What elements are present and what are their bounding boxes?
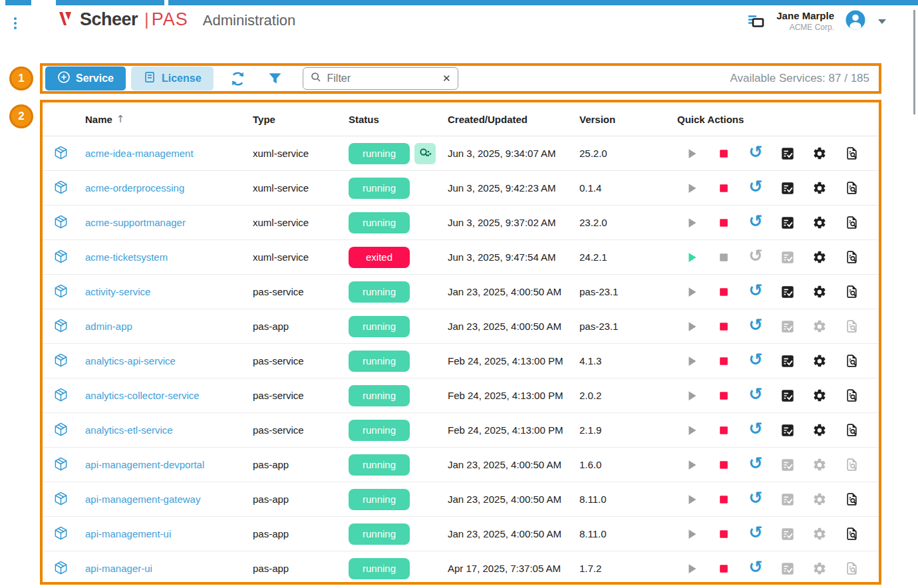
- service-package-icon[interactable]: [53, 456, 69, 474]
- service-settings-icon[interactable]: [812, 215, 828, 231]
- refresh-icon[interactable]: [228, 69, 248, 88]
- service-log-icon[interactable]: [780, 353, 796, 369]
- stop-service-icon[interactable]: [716, 388, 732, 404]
- service-package-icon[interactable]: [53, 180, 69, 197]
- service-package-icon[interactable]: [53, 353, 69, 370]
- service-name-link[interactable]: api-management-gateway: [85, 494, 200, 505]
- log-preview-icon[interactable]: [843, 284, 859, 300]
- sort-asc-icon: ↑: [116, 113, 125, 125]
- stop-service-icon[interactable]: [716, 526, 732, 542]
- log-preview-icon[interactable]: [843, 249, 859, 265]
- stop-service-icon[interactable]: [716, 180, 732, 196]
- user-menu-caret-icon[interactable]: [878, 19, 886, 24]
- start-service-icon: [684, 353, 700, 369]
- stop-service-icon[interactable]: [716, 561, 732, 577]
- service-settings-icon[interactable]: [812, 422, 828, 438]
- stop-service-icon[interactable]: [716, 319, 732, 335]
- service-name-link[interactable]: acme-idea-management: [85, 148, 194, 159]
- service-log-icon[interactable]: [780, 284, 796, 300]
- service-name-link[interactable]: api-manager-ui: [85, 563, 152, 574]
- service-name-link[interactable]: activity-service: [85, 286, 150, 297]
- column-header-version[interactable]: Version: [579, 114, 677, 125]
- trace-search-icon[interactable]: [414, 143, 436, 164]
- column-header-status[interactable]: Status: [349, 114, 448, 125]
- log-preview-icon[interactable]: [843, 492, 859, 508]
- service-log-icon[interactable]: [780, 146, 796, 162]
- service-name-link[interactable]: acme-orderprocessing: [85, 182, 184, 194]
- restart-service-icon[interactable]: ↺: [748, 526, 764, 542]
- service-name-link[interactable]: admin-app: [85, 321, 132, 332]
- start-service-icon: [684, 492, 700, 508]
- filter-input[interactable]: [327, 73, 437, 84]
- service-name-link[interactable]: acme-supportmanager: [85, 217, 186, 228]
- restart-service-icon[interactable]: ↺: [748, 319, 764, 335]
- service-package-icon[interactable]: [53, 318, 69, 335]
- stop-service-icon[interactable]: [716, 457, 732, 473]
- restart-service-icon[interactable]: ↺: [748, 146, 764, 162]
- restart-service-icon[interactable]: ↺: [748, 215, 764, 231]
- filter-funnel-icon[interactable]: [265, 69, 285, 88]
- service-package-icon[interactable]: [53, 214, 69, 231]
- service-package-icon[interactable]: [53, 249, 69, 266]
- service-name-link[interactable]: analytics-collector-service: [85, 390, 200, 401]
- column-header-type[interactable]: Type: [253, 114, 349, 125]
- restart-service-icon[interactable]: ↺: [748, 353, 764, 369]
- restart-service-icon[interactable]: ↺: [748, 180, 764, 196]
- restart-service-icon[interactable]: ↺: [748, 388, 764, 404]
- service-log-icon[interactable]: [780, 388, 796, 404]
- stop-service-icon[interactable]: [716, 422, 732, 438]
- service-package-icon[interactable]: [53, 560, 69, 577]
- restart-service-icon[interactable]: ↺: [748, 422, 764, 438]
- service-package-icon[interactable]: [53, 283, 69, 301]
- console-icon[interactable]: [746, 11, 766, 31]
- restart-service-icon[interactable]: ↺: [748, 457, 764, 473]
- service-settings-icon[interactable]: [812, 146, 828, 162]
- service-package-icon[interactable]: [53, 525, 69, 543]
- column-header-created[interactable]: Created/Updated: [448, 114, 579, 125]
- service-settings-icon[interactable]: [812, 388, 828, 404]
- service-log-icon[interactable]: [780, 215, 796, 231]
- service-settings-icon[interactable]: [812, 284, 828, 300]
- service-type: pas-app: [253, 494, 349, 505]
- service-name-link[interactable]: api-management-ui: [85, 528, 171, 539]
- log-preview-icon[interactable]: [843, 146, 859, 162]
- scrollbar-thumb[interactable]: [913, 10, 915, 114]
- log-preview-icon[interactable]: [843, 388, 859, 404]
- log-preview-icon[interactable]: [843, 215, 859, 231]
- stop-service-icon[interactable]: [716, 215, 732, 231]
- service-package-icon[interactable]: [53, 387, 69, 404]
- service-settings-icon[interactable]: [812, 353, 828, 369]
- service-settings-icon: [812, 561, 828, 577]
- service-name-link[interactable]: analytics-api-service: [85, 355, 176, 367]
- service-version: 24.2.1: [579, 251, 677, 263]
- stop-service-icon[interactable]: [716, 146, 732, 162]
- service-version: 2.0.2: [579, 390, 677, 401]
- avatar[interactable]: [845, 9, 866, 33]
- stop-service-icon[interactable]: [716, 492, 732, 508]
- log-preview-icon[interactable]: [843, 526, 859, 542]
- log-preview-icon[interactable]: [843, 422, 859, 438]
- license-button[interactable]: License: [131, 67, 214, 90]
- service-log-icon[interactable]: [780, 422, 796, 438]
- service-settings-icon[interactable]: [812, 180, 828, 196]
- service-log-icon[interactable]: [780, 180, 796, 196]
- service-name-link[interactable]: api-management-devportal: [85, 459, 204, 470]
- log-preview-icon[interactable]: [843, 353, 859, 369]
- clear-filter-icon[interactable]: ✕: [442, 73, 451, 84]
- service-settings-icon[interactable]: [812, 249, 828, 265]
- restart-service-icon[interactable]: ↺: [748, 284, 764, 300]
- service-package-icon[interactable]: [53, 491, 69, 508]
- service-name-link[interactable]: acme-ticketsystem: [85, 251, 168, 263]
- restart-service-icon[interactable]: ↺: [748, 492, 764, 508]
- menu-kebab-icon[interactable]: [11, 13, 20, 33]
- start-service-icon[interactable]: [684, 249, 700, 265]
- log-preview-icon[interactable]: [843, 180, 859, 196]
- service-package-icon[interactable]: [53, 145, 69, 162]
- add-service-button[interactable]: Service: [45, 67, 126, 90]
- stop-service-icon[interactable]: [716, 353, 732, 369]
- service-name-link[interactable]: analytics-etl-service: [85, 424, 173, 436]
- column-header-name[interactable]: Name ↑: [85, 113, 253, 125]
- restart-service-icon[interactable]: ↺: [748, 561, 764, 577]
- service-package-icon[interactable]: [53, 422, 69, 439]
- stop-service-icon[interactable]: [716, 284, 732, 300]
